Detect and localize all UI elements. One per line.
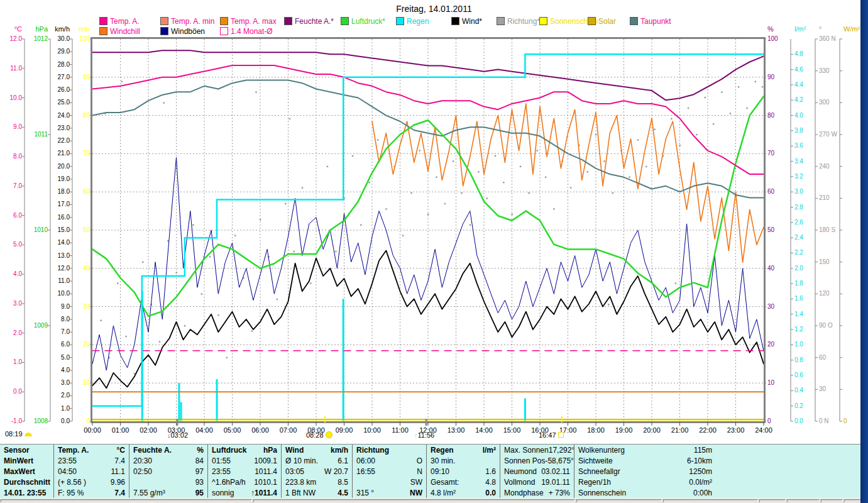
table-cell: 7.4 (114, 489, 125, 497)
direction-dot (587, 171, 588, 172)
tick-degC: 0.0 (0, 389, 22, 395)
sunrise-sun-icon (326, 431, 332, 438)
tick-pct: 80 (767, 113, 774, 119)
x-tick-label: 04:00 (195, 427, 213, 434)
moonrise-annotation: ↑11:56 (414, 431, 434, 439)
tick-deg: 180 S (819, 227, 835, 233)
tick-kmh: 17.0 (45, 201, 70, 207)
tick-kmh: 8.0 (45, 316, 70, 323)
moonrise-time: 11:56 (418, 431, 435, 439)
direction-dot (142, 262, 143, 263)
direction-dot (167, 240, 168, 241)
sunrise-time: 08:28 (306, 431, 324, 439)
tick-degC: 8.0 (0, 153, 22, 160)
direction-dot (125, 336, 126, 337)
tick-degC: 6.0 (0, 213, 22, 219)
direction-dot (209, 256, 211, 257)
table-cell: 1.6 (485, 467, 496, 476)
table-cell: F: 95 % (58, 489, 84, 497)
direction-dot (671, 118, 672, 119)
direction-dot (603, 160, 605, 162)
table-cell: 30 min. (431, 456, 455, 465)
tick-min: 60 (65, 189, 90, 195)
table-row: LuftdruckhPa (208, 445, 281, 455)
direction-dot (696, 134, 697, 135)
table-column: Regenl/m²30 min.09:101.6Gesamt:4.84.8 l/… (426, 445, 500, 499)
table-column: Windkm/hØ 10 min.6.103:05W 20.7223.8 km8… (281, 445, 352, 499)
direction-dot (553, 208, 554, 209)
direction-dot (192, 224, 194, 226)
x-tick-label: 22:00 (699, 427, 717, 434)
table-column: Wolkenunterg115mSichtweite6-10kmSchneefa… (574, 445, 863, 499)
tick-kmh: 13.0 (45, 253, 70, 259)
table-row: Sensor (0, 445, 53, 455)
tick-lm2: 4.2 (794, 97, 803, 103)
x-tick-label: 24:00 (755, 427, 772, 434)
table-cell: 9.96 (111, 478, 125, 487)
statusbar-segment (821, 499, 843, 502)
direction-dot (755, 81, 756, 82)
direction-dot (470, 224, 471, 226)
table-column: Richtung06:00O16:55NSW315 °NW (352, 445, 426, 499)
table-row: 23:551011.4 (208, 466, 281, 477)
tick-degC: 3.0 (0, 301, 22, 307)
tick-degC: 9.0 (0, 124, 22, 130)
table-cell: NW (410, 489, 422, 497)
table-cell: 4.8 l/m² (431, 489, 456, 497)
table-row: 4.8 l/m²0.0 (427, 488, 500, 499)
table-cell: 01:55 (212, 456, 231, 465)
tick-lm2: 0.6 (794, 372, 803, 379)
table-column: Max. Sonnen17,292°Sonnen Pos-58,675°Neum… (500, 445, 574, 499)
table-cell: 16:55 (356, 467, 375, 476)
tick-hPa: 1011 (23, 131, 48, 138)
table-row: 223.8 km8.5 (282, 477, 352, 488)
tick-kmh: 10.0 (45, 290, 70, 297)
tick-deg: 0 N (819, 418, 829, 424)
direction-dot (419, 150, 420, 151)
tick-min: 30 (65, 304, 90, 310)
direction-dot (486, 197, 487, 199)
table-row: Feuchte A.% (129, 445, 207, 455)
statusbar-segment (844, 499, 862, 502)
table-cell: 97 (195, 467, 204, 476)
direction-dot (176, 272, 177, 274)
tick-lm2: 1.6 (794, 296, 803, 302)
table-cell: Max. Sonnen (504, 446, 549, 455)
direction-dot (134, 373, 135, 374)
direction-dot (201, 293, 202, 294)
direction-dot (427, 214, 429, 215)
tick-hPa: 1012 (23, 36, 48, 42)
direction-dot (377, 139, 378, 140)
tick-kmh: 26.0 (45, 87, 70, 93)
table-cell: 315 ° (356, 489, 374, 497)
tick-deg: 120 (819, 290, 830, 297)
direction-dot (402, 235, 404, 236)
direction-dot (310, 282, 311, 284)
table-row: Sonnen Pos-58,675° (500, 455, 574, 466)
table-row: Ø 10 min.6.1 (282, 455, 352, 466)
table-row: 03:05W 20.7 (282, 466, 352, 477)
table-cell: 1011.4 (255, 467, 277, 476)
table-row: Mondphase+ 73% (500, 488, 574, 499)
direction-dot (260, 219, 261, 220)
table-cell: sonnig (212, 489, 234, 497)
tick-pct: 50 (767, 227, 774, 233)
direction-dot (675, 282, 676, 284)
direction-dot (595, 134, 596, 135)
tick-deg: 270 W (819, 131, 837, 138)
table-row: Temp. A.°C (54, 445, 129, 455)
tick-pct: 0 (767, 418, 771, 424)
table-row: MinWert (0, 455, 53, 466)
table-row: 16:55N (353, 466, 426, 477)
table-column: Temp. A.°C23:557.404:5011.1(+ 8.56 )9.96… (53, 445, 129, 499)
table-cell: Richtung (356, 446, 389, 455)
dawn-annotation: 08:19 (5, 430, 32, 438)
tick-lm2: 1.2 (794, 326, 803, 333)
direction-dot (360, 224, 361, 226)
direction-dot (612, 192, 613, 194)
table-cell: km/h (331, 446, 348, 455)
table-cell: °C (117, 446, 125, 455)
table-cell: Vollmond (504, 478, 535, 487)
direction-dot (730, 113, 731, 114)
tick-kmh: 22.0 (45, 138, 70, 144)
